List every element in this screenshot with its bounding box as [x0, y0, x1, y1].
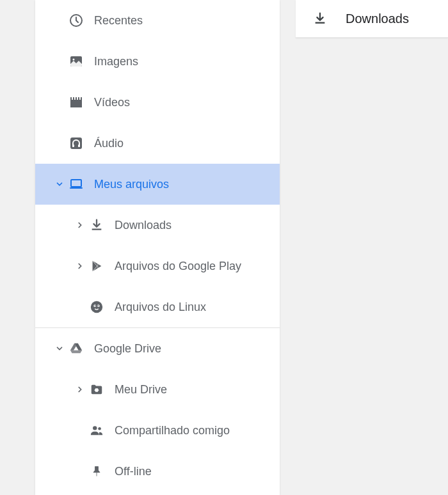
video-icon — [68, 95, 84, 110]
sidebar-item-label: Google Drive — [94, 342, 161, 356]
people-icon — [89, 423, 104, 438]
page-title: Downloads — [346, 12, 409, 26]
chevron-right-icon[interactable] — [74, 383, 86, 396]
sidebar-item-shared-with-me[interactable]: Compartilhado comigo — [35, 410, 280, 451]
headphones-icon — [68, 136, 84, 151]
chevron-down-icon[interactable] — [53, 342, 66, 355]
sidebar-item-linux-files[interactable]: Arquivos do Linux — [35, 287, 280, 327]
svg-rect-13 — [70, 187, 83, 189]
play-icon — [89, 258, 104, 274]
pin-icon — [89, 464, 104, 479]
sidebar-item-google-drive[interactable]: Google Drive — [35, 328, 280, 369]
sidebar-item-videos[interactable]: Vídeos — [35, 82, 280, 123]
folder-drive-icon — [89, 382, 104, 397]
svg-rect-22 — [316, 22, 325, 24]
laptop-icon — [68, 177, 84, 192]
sidebar: Recentes Imagens Vídeos — [35, 0, 280, 495]
sidebar-item-label: Imagens — [94, 55, 138, 68]
svg-point-2 — [73, 59, 75, 61]
sidebar-item-label: Meu Drive — [115, 383, 167, 397]
sidebar-item-label: Áudio — [94, 137, 124, 150]
sidebar-item-label: Downloads — [115, 219, 172, 232]
svg-point-19 — [97, 305, 99, 306]
svg-rect-5 — [74, 97, 76, 100]
chevron-down-icon[interactable] — [53, 178, 66, 191]
chevron-right-icon[interactable] — [74, 260, 86, 272]
svg-point-15 — [91, 301, 102, 313]
sidebar-item-label: Vídeos — [94, 96, 130, 109]
sidebar-item-downloads[interactable]: Downloads — [35, 205, 280, 246]
chevron-right-icon[interactable] — [74, 219, 86, 232]
svg-rect-11 — [78, 145, 80, 147]
sidebar-item-label: Off-line — [115, 465, 152, 478]
svg-point-18 — [95, 305, 96, 306]
sidebar-item-recents[interactable]: Recentes — [35, 0, 280, 41]
svg-rect-9 — [70, 138, 82, 149]
sidebar-item-images[interactable]: Imagens — [35, 41, 280, 82]
sidebar-item-label: Arquivos do Google Play — [115, 260, 241, 273]
svg-rect-7 — [79, 97, 81, 100]
drive-icon — [68, 341, 84, 356]
download-icon — [89, 217, 104, 233]
image-icon — [68, 54, 84, 69]
svg-point-21 — [98, 427, 101, 430]
svg-rect-6 — [77, 97, 78, 100]
svg-rect-10 — [72, 145, 74, 147]
sidebar-item-label: Meus arquivos — [94, 178, 169, 191]
sidebar-item-play-files[interactable]: Arquivos do Google Play — [35, 246, 280, 287]
sidebar-item-label: Recentes — [94, 14, 143, 28]
linux-icon — [89, 299, 104, 315]
svg-rect-12 — [71, 180, 81, 187]
sidebar-item-my-files[interactable]: Meus arquivos — [35, 164, 280, 205]
download-icon — [312, 11, 328, 26]
svg-rect-14 — [92, 229, 102, 230]
sidebar-item-my-drive[interactable]: Meu Drive — [35, 369, 280, 410]
svg-point-20 — [93, 426, 97, 430]
clock-icon — [68, 13, 84, 28]
sidebar-item-offline[interactable]: Off-line — [35, 451, 280, 492]
sidebar-item-label: Compartilhado comigo — [115, 424, 230, 437]
sidebar-item-label: Arquivos do Linux — [115, 301, 206, 314]
sidebar-item-audio[interactable]: Áudio — [35, 123, 280, 164]
svg-rect-4 — [72, 97, 73, 100]
main-header: Downloads — [296, 0, 448, 38]
svg-rect-8 — [70, 100, 82, 107]
